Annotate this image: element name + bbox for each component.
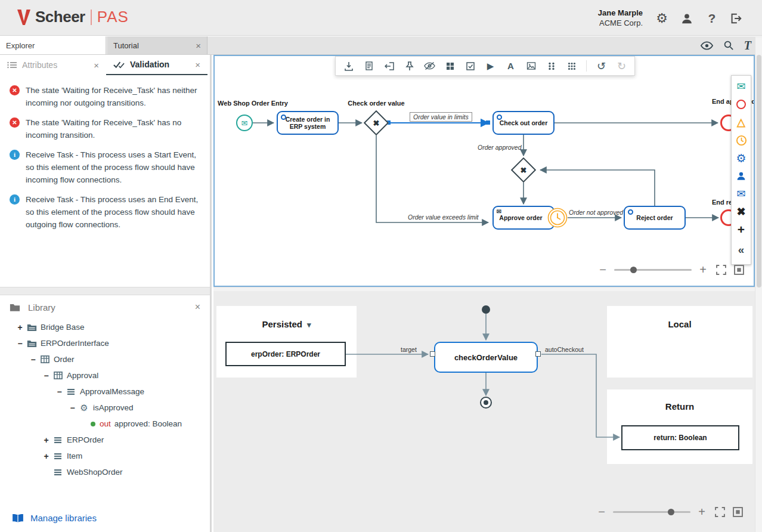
tree-item-order[interactable]: − Order — [0, 351, 210, 367]
tree-item-erporderinterface[interactable]: − ERPOrderInterface — [0, 335, 210, 351]
tree-item-bridge-base[interactable]: + Bridge Base — [0, 319, 210, 335]
validation-message[interactable]: i Receive Task - This process uses a Sta… — [0, 143, 210, 188]
validation-tab-close-icon[interactable]: × — [195, 60, 200, 70]
hide-connectors-icon[interactable] — [424, 60, 435, 72]
expander-icon[interactable]: + — [16, 323, 24, 332]
horizontal-scrollbar[interactable] — [213, 287, 755, 291]
edge-label-order-value-exceeds-limit[interactable]: Order value exceeds limit — [408, 214, 478, 221]
eye-icon[interactable] — [701, 41, 713, 50]
timer-boundary-event[interactable] — [547, 208, 568, 228]
validation-message[interactable]: ✕ The state 'Waiting for Receive_Task' h… — [0, 111, 210, 143]
palette-service-icon[interactable]: ⚙ — [735, 151, 748, 165]
start-event-web-shop-order-entry[interactable]: ✉ — [236, 115, 253, 131]
task-reject-order[interactable]: Reject order — [624, 206, 686, 230]
edge-label-order-not-approved[interactable]: Order not approved — [569, 209, 623, 216]
image-icon[interactable] — [525, 60, 537, 72]
import-icon[interactable] — [343, 60, 354, 72]
mapping-editor-canvas[interactable]: Persisted▾ Local Return erpOrder: ERPOrd… — [213, 291, 755, 532]
start-node[interactable] — [482, 305, 490, 314]
tutorial-tab-close-icon[interactable]: × — [196, 41, 201, 51]
attributes-tab[interactable]: Attributes × — [0, 55, 106, 75]
return-parameter-box[interactable]: return: Boolean — [621, 425, 739, 450]
bpmn-editor-canvas[interactable]: Web Shop Order Entry Check order value E… — [213, 55, 755, 287]
tree-item-approval[interactable]: − Approval — [0, 367, 210, 383]
zoom-slider-handle[interactable] — [668, 509, 674, 515]
export-icon[interactable] — [383, 60, 395, 72]
validate-icon[interactable] — [464, 60, 476, 72]
tree-item-item[interactable]: + Item — [0, 448, 210, 464]
logout-icon[interactable] — [727, 10, 744, 27]
scrollbar-thumb[interactable] — [757, 55, 761, 287]
undo-icon[interactable]: ↺ — [596, 60, 607, 72]
collapse-icon[interactable]: − — [68, 403, 77, 413]
collapse-icon[interactable]: − — [55, 387, 64, 397]
pin-icon[interactable] — [404, 60, 415, 72]
edge-label-order-approved[interactable]: Order approved — [478, 144, 522, 151]
explorer-tab[interactable]: Explorer — [0, 36, 106, 54]
more-grid-icon[interactable] — [566, 60, 577, 72]
validation-tab[interactable]: Validation × — [106, 55, 207, 75]
tree-item-webshoporder[interactable]: WebShopOrder — [0, 464, 210, 480]
palette-conditional-icon[interactable]: △ — [735, 116, 748, 129]
validation-message[interactable]: ✕ The state 'Waiting for Receive_Task' h… — [0, 79, 210, 111]
attributes-tab-close-icon[interactable]: × — [94, 60, 99, 70]
fit-view-icon[interactable] — [734, 265, 744, 275]
zoom-out-button[interactable]: − — [597, 264, 608, 276]
fullscreen-icon[interactable] — [715, 507, 725, 517]
check-order-value-node[interactable]: checkOrderValue — [434, 342, 538, 373]
zoom-slider[interactable] — [613, 511, 690, 513]
zoom-slider[interactable] — [614, 269, 692, 271]
collapse-icon[interactable]: − — [42, 371, 51, 381]
text-annotation-icon[interactable]: A — [505, 60, 516, 72]
palette-message-start-icon[interactable]: ✉ — [735, 80, 748, 93]
palette-collapse-icon[interactable]: « — [735, 243, 748, 256]
redo-icon[interactable]: ↻ — [616, 60, 627, 72]
product-name: PAS — [97, 8, 129, 26]
vertical-scrollbar[interactable] — [755, 37, 762, 532]
expander-icon[interactable]: + — [42, 435, 51, 445]
scheer-logo-icon — [17, 9, 31, 26]
end-node[interactable] — [480, 397, 492, 409]
fit-view-icon[interactable] — [733, 507, 743, 517]
collapse-icon[interactable]: − — [29, 355, 38, 364]
document-icon[interactable] — [363, 60, 374, 72]
tree-item-label: WebShopOrder — [67, 468, 123, 477]
palette-user-task-icon[interactable] — [735, 169, 748, 183]
task-create-order[interactable]: Create order in ERP system — [277, 111, 339, 135]
grid-dots-icon[interactable] — [546, 60, 557, 72]
tree-item-approvalmessage[interactable]: − ApprovalMessage — [0, 383, 210, 400]
palette-add-icon[interactable]: + — [735, 223, 748, 236]
zoom-out-button[interactable]: − — [596, 506, 607, 518]
zoom-slider-handle[interactable] — [630, 267, 637, 273]
palette-end-event-icon[interactable] — [735, 98, 748, 111]
palette-message-icon[interactable]: ✉ — [735, 187, 748, 200]
collapse-icon[interactable]: − — [16, 339, 24, 348]
library-close-icon[interactable]: × — [195, 302, 200, 313]
tree-item-label: Order — [54, 355, 75, 364]
task-check-out-order[interactable]: Check out order — [492, 111, 555, 135]
tree-item-label: approved: Boolean — [114, 419, 182, 428]
fullscreen-icon[interactable] — [716, 265, 726, 275]
palette-timer-icon[interactable] — [735, 134, 748, 147]
run-icon[interactable]: ▶ — [485, 60, 496, 72]
edge-label-order-value-in-limits[interactable]: Order value in limits — [410, 112, 472, 122]
tutorial-tab[interactable]: Tutorial × — [107, 36, 207, 54]
manage-libraries-link[interactable]: Manage libraries — [12, 513, 97, 523]
tree-item-out-approved[interactable]: out approved: Boolean — [0, 416, 210, 432]
help-icon[interactable]: ? — [704, 10, 720, 27]
validation-message[interactable]: i Receive Task - This process uses an En… — [0, 188, 210, 233]
sidebar-panel-divider[interactable] — [0, 287, 212, 295]
erp-order-parameter-box[interactable]: erpOrder: ERPOrder — [225, 342, 346, 366]
user-profile-icon[interactable] — [679, 10, 695, 27]
text-style-icon[interactable]: T — [744, 39, 751, 52]
expander-icon[interactable]: + — [42, 451, 51, 461]
zoom-in-button[interactable]: + — [696, 506, 707, 518]
tree-item-isapproved[interactable]: − ⚙ isApproved — [0, 400, 210, 416]
zoom-in-button[interactable]: + — [698, 264, 708, 276]
search-icon[interactable] — [723, 40, 734, 51]
palette-delete-icon[interactable]: ✖ — [735, 205, 748, 218]
settings-gear-icon[interactable]: ⚙ — [653, 10, 670, 27]
layout-grid-icon[interactable] — [444, 60, 456, 72]
task-approve-order[interactable]: ✉ Approve order — [492, 206, 555, 230]
tree-item-erporder[interactable]: + ERPOrder — [0, 432, 210, 448]
